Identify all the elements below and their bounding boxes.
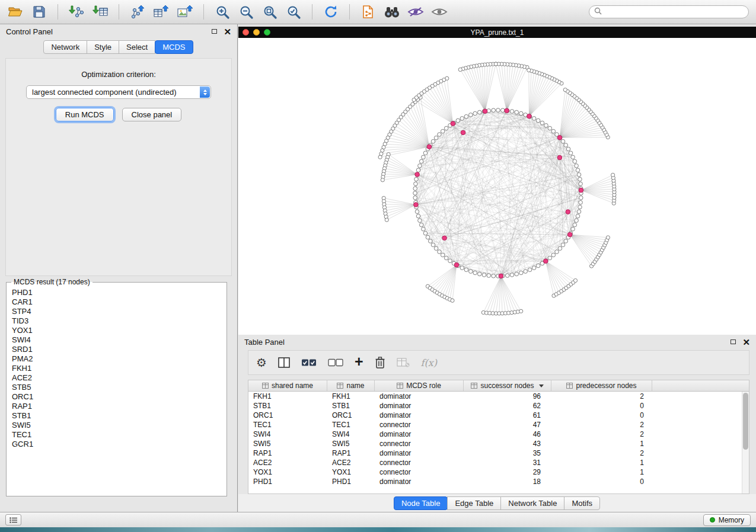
select-all-icon[interactable]: [301, 354, 317, 371]
mcds-result-item[interactable]: PHD1: [8, 288, 225, 297]
mcds-result-item[interactable]: STB5: [8, 383, 225, 392]
control-panel-tab-mcds[interactable]: MCDS: [155, 40, 193, 54]
optimization-criterion-dropdown[interactable]: largest connected component (undirected): [26, 85, 211, 99]
cell-name[interactable]: STB1: [327, 402, 375, 410]
table-settings-gear-icon[interactable]: ⚙: [256, 354, 267, 371]
run-mcds-button[interactable]: Run MCDS: [56, 108, 114, 121]
cell-name[interactable]: PHD1: [327, 477, 375, 486]
cell-name[interactable]: RAP1: [327, 449, 375, 457]
cell-name[interactable]: YOX1: [327, 468, 375, 476]
cell-name[interactable]: SWI5: [327, 440, 375, 448]
delete-column-trash-icon[interactable]: [375, 354, 385, 371]
cell-mcds-role[interactable]: connector: [375, 421, 464, 429]
cell-mcds-role[interactable]: dominator: [375, 402, 464, 410]
mcds-result-item[interactable]: STB1: [8, 411, 225, 421]
table-row[interactable]: SWI4SWI4dominator462: [248, 430, 749, 439]
zoom-in-button[interactable]: [214, 4, 231, 20]
cell-predecessor-nodes[interactable]: 2: [551, 392, 652, 400]
import-table-button[interactable]: [92, 4, 109, 20]
cell-mcds-role[interactable]: dominator: [375, 411, 464, 419]
table-row[interactable]: STB1STB1dominator620: [248, 401, 749, 411]
table-row[interactable]: ACE2ACE2connector311: [248, 458, 749, 467]
save-session-button[interactable]: [31, 4, 47, 20]
mcds-result-item[interactable]: ACE2: [8, 373, 225, 383]
cell-shared-name[interactable]: SWI4: [248, 430, 327, 438]
table-tab-node-table[interactable]: Node Table: [394, 496, 448, 510]
cell-name[interactable]: ACE2: [327, 459, 375, 467]
memory-button[interactable]: Memory: [703, 514, 751, 526]
table-row[interactable]: FKH1FKH1dominator962: [248, 392, 749, 401]
cell-successor-nodes[interactable]: 96: [464, 392, 551, 400]
table-scrollbar-thumb[interactable]: [743, 393, 748, 450]
column-header-name[interactable]: name: [327, 380, 375, 391]
mcds-result-item[interactable]: ORC1: [8, 392, 225, 402]
mcds-result-item[interactable]: RAP1: [8, 402, 225, 411]
search-box[interactable]: [589, 5, 749, 18]
status-menu-button[interactable]: [5, 514, 21, 525]
cell-predecessor-nodes[interactable]: 1: [551, 440, 652, 448]
zoom-out-button[interactable]: [238, 4, 254, 20]
search-input[interactable]: [605, 8, 744, 16]
cell-successor-nodes[interactable]: 43: [464, 440, 551, 448]
mcds-result-item[interactable]: SWI4: [8, 335, 225, 345]
mcds-result-item[interactable]: SWI5: [8, 421, 225, 430]
export-table-button[interactable]: [153, 4, 170, 20]
export-network-button[interactable]: [129, 4, 146, 20]
table-tab-network-table[interactable]: Network Table: [500, 496, 564, 510]
table-row[interactable]: ORC1ORC1dominator610: [248, 411, 749, 420]
cell-predecessor-nodes[interactable]: 2: [551, 449, 652, 457]
cell-predecessor-nodes[interactable]: 1: [551, 459, 652, 467]
open-session-button[interactable]: [7, 4, 24, 20]
table-tab-motifs[interactable]: Motifs: [564, 496, 600, 510]
cell-successor-nodes[interactable]: 61: [464, 411, 551, 419]
column-header-predecessor-nodes[interactable]: predecessor nodes: [551, 380, 652, 391]
column-header-successor-nodes[interactable]: successor nodes: [464, 380, 551, 391]
cell-predecessor-nodes[interactable]: 0: [551, 411, 652, 419]
cell-shared-name[interactable]: SWI5: [248, 440, 327, 448]
share-document-button[interactable]: [360, 4, 377, 20]
network-canvas[interactable]: [243, 38, 756, 335]
cell-mcds-role[interactable]: dominator: [375, 430, 464, 438]
column-header-shared-name[interactable]: shared name: [248, 380, 327, 391]
mcds-result-item[interactable]: TEC1: [8, 430, 225, 440]
cell-mcds-role[interactable]: dominator: [375, 392, 464, 400]
table-scrollbar[interactable]: [742, 392, 749, 493]
table-row[interactable]: TEC1TEC1connector472: [248, 420, 749, 430]
table-tab-edge-table[interactable]: Edge Table: [447, 496, 501, 510]
import-network-button[interactable]: [68, 4, 85, 20]
find-binoculars-button[interactable]: [384, 4, 400, 20]
float-panel-icon[interactable]: [212, 29, 217, 34]
close-table-panel-icon[interactable]: ✕: [742, 338, 750, 347]
cell-predecessor-nodes[interactable]: 2: [551, 430, 652, 438]
column-header-MCDS-role[interactable]: MCDS role: [375, 380, 464, 391]
table-row[interactable]: RAP1RAP1dominator352: [248, 448, 749, 458]
mcds-result-item[interactable]: CAR1: [8, 297, 225, 307]
cell-mcds-role[interactable]: connector: [375, 468, 464, 476]
cell-name[interactable]: SWI4: [327, 430, 375, 438]
cell-name[interactable]: ORC1: [327, 411, 375, 419]
close-panel-icon[interactable]: ✕: [224, 27, 231, 36]
zoom-selected-button[interactable]: [285, 4, 302, 20]
cell-mcds-role[interactable]: connector: [375, 440, 464, 448]
add-column-plus-icon[interactable]: +: [355, 354, 363, 371]
function-builder-fx-icon[interactable]: f(x): [421, 354, 437, 371]
table-row[interactable]: SWI5SWI5connector431: [248, 439, 749, 448]
cell-successor-nodes[interactable]: 18: [464, 477, 551, 486]
cell-successor-nodes[interactable]: 31: [464, 459, 551, 467]
control-panel-tab-style[interactable]: Style: [87, 40, 119, 54]
table-row[interactable]: YOX1YOX1connector291: [248, 467, 749, 477]
close-panel-button[interactable]: Close panel: [122, 108, 182, 121]
control-panel-tab-network[interactable]: Network: [43, 40, 87, 54]
export-image-button[interactable]: [177, 4, 193, 20]
cell-name[interactable]: FKH1: [327, 392, 375, 400]
mcds-result-item[interactable]: TID3: [8, 316, 225, 326]
cell-shared-name[interactable]: STB1: [248, 402, 327, 410]
cell-shared-name[interactable]: ACE2: [248, 459, 327, 467]
cell-mcds-role[interactable]: dominator: [375, 449, 464, 457]
cell-successor-nodes[interactable]: 47: [464, 421, 551, 429]
mcds-result-item[interactable]: FKH1: [8, 364, 225, 373]
unselect-all-icon[interactable]: [328, 354, 343, 371]
cell-predecessor-nodes[interactable]: 0: [551, 402, 652, 410]
cell-mcds-role[interactable]: dominator: [375, 477, 464, 486]
network-window-titlebar[interactable]: YPA_prune.txt_1: [238, 27, 756, 38]
